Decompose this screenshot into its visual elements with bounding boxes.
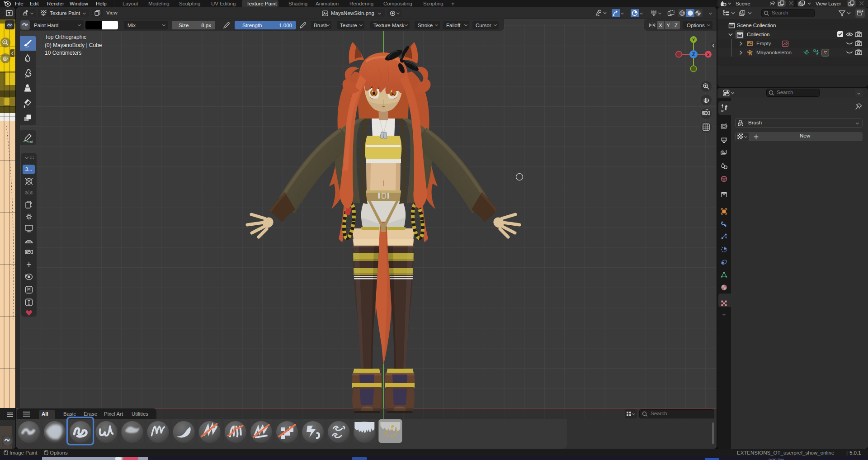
- svg-text:Z: Z: [692, 52, 695, 57]
- svg-text:X: X: [707, 52, 709, 57]
- svg-text:Y: Y: [692, 38, 695, 42]
